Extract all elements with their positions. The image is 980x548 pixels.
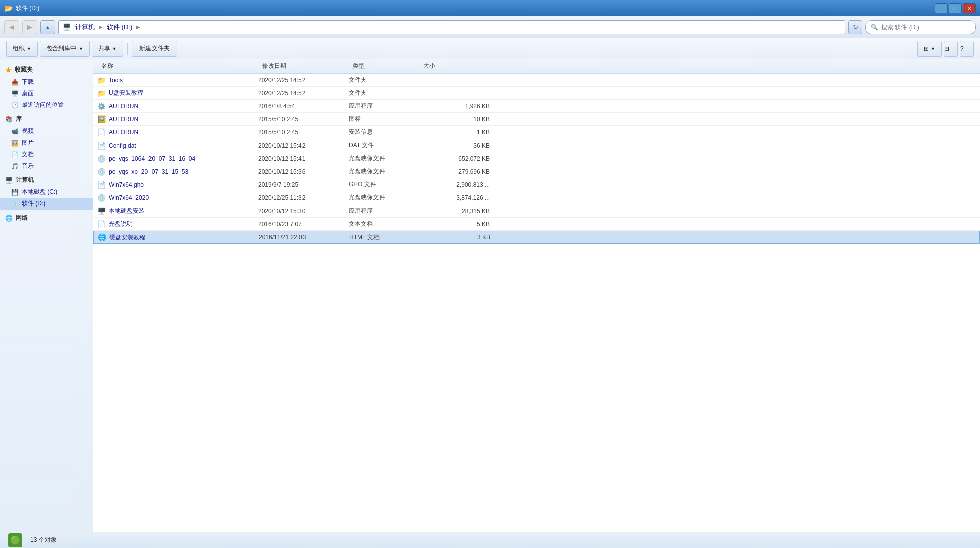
path-sep-2: ▶ bbox=[136, 24, 140, 30]
file-size-cell: 36 KB bbox=[419, 142, 490, 149]
organize-arrow-icon: ▼ bbox=[27, 46, 31, 51]
network-label: 网络 bbox=[16, 214, 28, 222]
back-button[interactable]: ◀ bbox=[4, 20, 19, 34]
sidebar-item-local-c[interactable]: 💾 本地磁盘 (C:) bbox=[0, 186, 93, 198]
table-row[interactable]: 🖼️ AUTORUN 2015/5/10 2:45 图标 10 KB bbox=[93, 113, 980, 126]
table-row[interactable]: 📁 U盘安装教程 2020/12/25 14:52 文件夹 bbox=[93, 87, 980, 100]
search-input[interactable] bbox=[881, 24, 970, 31]
library-section: 📚 库 📹 视频 🖼️ 图片 📄 文档 🎵 音乐 bbox=[0, 113, 93, 172]
title-bar-controls: — □ ✕ bbox=[935, 3, 976, 13]
table-row[interactable]: 💿 Win7x64_2020 2020/12/25 11:32 光盘映像文件 3… bbox=[93, 191, 980, 204]
music-icon: 🎵 bbox=[11, 163, 19, 170]
file-type-cell: GHO 文件 bbox=[349, 180, 419, 189]
image-icon: 🖼️ bbox=[11, 140, 19, 147]
sidebar-item-drive-d[interactable]: 💿 软件 (D:) bbox=[0, 198, 93, 210]
search-icon: 🔍 bbox=[871, 24, 878, 31]
table-row[interactable]: 📄 光盘说明 2016/10/23 7:07 文本文档 5 KB bbox=[93, 218, 980, 231]
table-row[interactable]: 📄 Config.dat 2020/10/12 15:42 DAT 文件 36 … bbox=[93, 139, 980, 152]
up-button[interactable]: ▲ bbox=[40, 20, 55, 34]
file-size-cell: 2,900,813 ... bbox=[419, 181, 490, 188]
file-type-cell: 文件夹 bbox=[349, 89, 419, 97]
col-header-type[interactable]: 类型 bbox=[349, 59, 419, 73]
file-type-icon: 🖥️ bbox=[97, 207, 106, 215]
sidebar-item-recent[interactable]: 🕐 最近访问的位置 bbox=[0, 99, 93, 111]
computer-header: 🖥️ 计算机 bbox=[0, 174, 93, 186]
path-drive[interactable]: 软件 (D:) bbox=[105, 22, 134, 33]
file-name-cell: 📁 Tools bbox=[97, 76, 258, 84]
file-area: 名称 修改日期 类型 大小 📁 Tools 2020/12/25 14:52 文… bbox=[93, 59, 980, 532]
sidebar-item-downloads[interactable]: 📥 下载 bbox=[0, 76, 93, 88]
sidebar: ★ 收藏夹 📥 下载 🖥️ 桌面 🕐 最近访问的位置 📚 库 bbox=[0, 59, 93, 532]
file-type-icon: 📁 bbox=[97, 89, 106, 97]
col-header-size[interactable]: 大小 bbox=[419, 59, 490, 73]
file-date-cell: 2016/1/8 4:54 bbox=[258, 103, 349, 110]
file-type-icon: ⚙️ bbox=[97, 102, 106, 110]
refresh-button[interactable]: ↻ bbox=[848, 20, 862, 34]
library-label: 库 bbox=[16, 115, 22, 123]
drive-d-label: 软件 (D:) bbox=[22, 199, 45, 208]
main-layout: ★ 收藏夹 📥 下载 🖥️ 桌面 🕐 最近访问的位置 📚 库 bbox=[0, 59, 980, 532]
table-row[interactable]: 📄 AUTORUN 2015/5/10 2:45 安装信息 1 KB bbox=[93, 126, 980, 139]
file-name: pe_yqs_xp_20_07_31_15_53 bbox=[109, 168, 188, 175]
maximize-button[interactable]: □ bbox=[949, 3, 962, 13]
file-date-cell: 2016/11/21 22:03 bbox=[259, 234, 349, 241]
file-name-cell: ⚙️ AUTORUN bbox=[97, 102, 258, 110]
file-type-cell: 文本文档 bbox=[349, 220, 419, 228]
status-bar: 🟢 13 个对象 bbox=[0, 532, 980, 548]
help-button[interactable]: ? bbox=[960, 41, 974, 57]
file-size-cell: 1 KB bbox=[419, 129, 490, 136]
title-bar-title: 软件 (D:) bbox=[16, 4, 39, 13]
file-name: 硬盘安装教程 bbox=[109, 233, 145, 242]
file-size-cell: 652,072 KB bbox=[419, 155, 490, 162]
sidebar-item-image[interactable]: 🖼️ 图片 bbox=[0, 137, 93, 149]
close-button[interactable]: ✕ bbox=[963, 3, 976, 13]
file-date-cell: 2020/12/25 14:52 bbox=[258, 90, 349, 97]
table-row[interactable]: 📁 Tools 2020/12/25 14:52 文件夹 bbox=[93, 74, 980, 87]
file-type-icon: 🖼️ bbox=[97, 115, 106, 123]
minimize-button[interactable]: — bbox=[935, 3, 948, 13]
file-name-cell: 🌐 硬盘安装教程 bbox=[98, 233, 259, 242]
file-type-cell: 光盘映像文件 bbox=[349, 154, 419, 163]
file-date-cell: 2020/10/12 15:42 bbox=[258, 142, 349, 149]
col-header-name[interactable]: 名称 bbox=[97, 59, 258, 73]
share-button[interactable]: 共享 ▼ bbox=[92, 41, 123, 57]
file-name-cell: 📄 Win7x64.gho bbox=[97, 181, 258, 189]
sidebar-item-music[interactable]: 🎵 音乐 bbox=[0, 160, 93, 172]
table-row[interactable]: ⚙️ AUTORUN 2016/1/8 4:54 应用程序 1,926 KB bbox=[93, 100, 980, 113]
file-name-cell: 🖼️ AUTORUN bbox=[97, 115, 258, 123]
file-name-cell: 📄 Config.dat bbox=[97, 142, 258, 150]
desktop-label: 桌面 bbox=[22, 89, 34, 98]
organize-button[interactable]: 组织 ▼ bbox=[6, 41, 38, 57]
path-computer[interactable]: 计算机 bbox=[73, 22, 97, 33]
col-header-modified[interactable]: 修改日期 bbox=[258, 59, 349, 73]
network-section: 🌐 网络 bbox=[0, 212, 93, 224]
new-folder-button[interactable]: 新建文件夹 bbox=[132, 41, 177, 57]
file-size-cell: 28,315 KB bbox=[419, 208, 490, 215]
change-view-button[interactable]: ⊟ bbox=[944, 41, 958, 57]
file-name: AUTORUN bbox=[109, 116, 138, 123]
doc-icon: 📄 bbox=[11, 151, 19, 158]
computer-section: 🖥️ 计算机 💾 本地磁盘 (C:) 💿 软件 (D:) bbox=[0, 174, 93, 210]
file-name: Tools bbox=[109, 77, 123, 84]
file-size-cell: 3 KB bbox=[420, 234, 490, 241]
organize-label: 组织 bbox=[13, 44, 25, 53]
table-row[interactable]: 📄 Win7x64.gho 2019/9/7 19:25 GHO 文件 2,90… bbox=[93, 178, 980, 191]
table-row[interactable]: 💿 pe_yqs_xp_20_07_31_15_53 2020/10/12 15… bbox=[93, 165, 980, 178]
view-button[interactable]: ⊞ ▼ bbox=[917, 41, 942, 57]
forward-button[interactable]: ▶ bbox=[22, 20, 37, 34]
include-library-button[interactable]: 包含到库中 ▼ bbox=[40, 41, 90, 57]
address-path: 🖥️ 计算机 ▶ 软件 (D:) ▶ bbox=[58, 20, 845, 34]
title-bar: 📂 软件 (D:) — □ ✕ bbox=[0, 0, 980, 16]
downloads-label: 下载 bbox=[22, 78, 34, 86]
file-name-cell: 🖥️ 本地硬盘安装 bbox=[97, 207, 258, 215]
table-row[interactable]: 💿 pe_yqs_1064_20_07_31_16_04 2020/10/12 … bbox=[93, 152, 980, 165]
table-row[interactable]: 🌐 硬盘安装教程 2016/11/21 22:03 HTML 文档 3 KB bbox=[93, 231, 980, 244]
sidebar-item-doc[interactable]: 📄 文档 bbox=[0, 149, 93, 160]
file-name-cell: 📄 光盘说明 bbox=[97, 220, 258, 228]
sidebar-item-desktop[interactable]: 🖥️ 桌面 bbox=[0, 88, 93, 99]
drive-d-icon: 💿 bbox=[11, 200, 19, 208]
table-row[interactable]: 🖥️ 本地硬盘安装 2020/10/12 15:30 应用程序 28,315 K… bbox=[93, 204, 980, 218]
desktop-icon: 🖥️ bbox=[11, 90, 19, 97]
file-date-cell: 2020/10/12 15:30 bbox=[258, 208, 349, 215]
sidebar-item-video[interactable]: 📹 视频 bbox=[0, 125, 93, 137]
